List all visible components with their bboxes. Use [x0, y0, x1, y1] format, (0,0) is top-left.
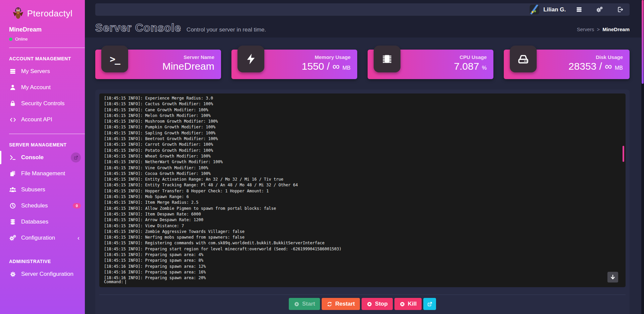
console-log-line: [18:45:15 INFO]: Preparing spawn area: 8…	[104, 258, 621, 263]
page-header: Server Console Control your server in re…	[95, 21, 630, 34]
sidebar-item-configuration[interactable]: Configuration ‹	[0, 230, 85, 246]
files-icon	[9, 170, 16, 177]
console-scrollbar-thumb[interactable]	[623, 146, 624, 162]
sidebar-item-server-configuration[interactable]: Server Configuration	[0, 266, 85, 282]
console-log-line: [18:45:16 INFO]: Preparing spawn area: 2…	[104, 275, 621, 281]
sidebar-item-file-management[interactable]: File Management	[0, 166, 85, 182]
online-status-label: Online	[15, 37, 28, 42]
sidebar-item-label: File Management	[21, 170, 65, 177]
restart-button[interactable]: Restart	[322, 298, 360, 310]
username[interactable]: Lilian G.	[543, 6, 566, 13]
console-panel: [18:45:15 INFO]: Experience Merge Radius…	[95, 89, 630, 314]
console-log-line: [18:45:15 INFO]: Cocoa Growth Modifier: …	[104, 171, 621, 177]
kill-button[interactable]: Kill	[394, 298, 422, 310]
console-log-line: [18:45:15 INFO]: Potato Growth Modifier:…	[104, 148, 621, 153]
topbar: Lilian G.	[95, 3, 630, 16]
chip-icon	[374, 46, 400, 72]
terminal-icon	[9, 154, 16, 161]
user-icon	[9, 84, 16, 91]
sidebar-item-console[interactable]: Console	[0, 149, 85, 166]
console-log-line: [18:45:15 INFO]: Mob Spawn Range: 6	[104, 194, 621, 200]
section-heading-account: ACCOUNT MANAGEMENT	[0, 48, 85, 63]
sidebar-item-schedules[interactable]: Schedules 0	[0, 198, 85, 214]
sidebar-item-databases[interactable]: Databases	[0, 214, 85, 230]
avatar[interactable]	[530, 5, 539, 14]
gear-icon	[9, 270, 16, 278]
console-log-line: [18:45:15 INFO]: Mushroom Growth Modifie…	[104, 119, 621, 124]
console-log-line: [18:45:15 INFO]: Vine Growth Modifier: 1…	[104, 165, 621, 171]
sign-out-icon[interactable]	[617, 6, 624, 13]
console-log-line: [18:45:15 INFO]: Cane Growth Modifier: 1…	[104, 107, 621, 113]
stat-card-disk: Disk Usage 28353 / ∞ MB	[504, 50, 630, 79]
console-log-line: [18:45:15 INFO]: Sapling Growth Modifier…	[104, 130, 621, 136]
stat-value: 1550 / ∞	[302, 61, 340, 72]
stop-circle-icon	[367, 301, 372, 307]
stat-card-cpu: CPU Usage 7.087 %	[368, 50, 493, 79]
page-scrollbar[interactable]	[641, 0, 644, 314]
sidebar-item-label: Server Configuration	[21, 271, 73, 277]
section-heading-server: SERVER MANAGEMENT	[0, 134, 85, 149]
page-subtitle: Control your server in real time.	[186, 26, 266, 33]
times-circle-icon	[399, 301, 405, 307]
breadcrumb-separator: >	[597, 26, 600, 32]
breadcrumb-servers-link[interactable]: Servers	[577, 26, 594, 32]
sidebar-item-security-controls[interactable]: Security Controls	[0, 96, 85, 112]
console-log-line: [18:45:15 INFO]: Pumpkin Growth Modifier…	[104, 124, 621, 130]
sidebar-item-label: My Account	[21, 84, 51, 91]
sidebar-item-label: My Servers	[21, 68, 50, 75]
sidebar-item-my-account[interactable]: My Account	[0, 79, 85, 96]
bolt-icon	[237, 46, 264, 72]
command-input[interactable]: Command:	[104, 279, 126, 285]
stat-value: MineDream	[162, 61, 214, 72]
sidebar-item-account-api[interactable]: Account API	[0, 112, 85, 128]
console-log-line: [18:45:15 INFO]: Preparing spawn area: 4…	[104, 252, 621, 258]
sidebar-item-label: Databases	[21, 218, 48, 225]
stat-unit: MB	[615, 65, 623, 71]
console-log-line: [18:45:15 INFO]: Arrow Despawn Rate: 120…	[104, 217, 621, 223]
settings-gears-icon[interactable]	[596, 6, 603, 13]
stat-value: 28353 / ∞	[569, 61, 612, 72]
console-log-line: [18:45:15 INFO]: Entity Activation Range…	[104, 177, 621, 182]
start-button[interactable]: Start	[289, 298, 320, 310]
code-icon	[9, 116, 16, 123]
console-popout-icon[interactable]	[71, 152, 81, 163]
console-log-line: [18:45:15 INFO]: Preparing start region …	[104, 246, 621, 252]
scroll-to-bottom-button[interactable]	[607, 272, 618, 282]
stat-label: Memory Usage	[302, 54, 351, 60]
stat-card-memory: Memory Usage 1550 / ∞ MB	[231, 50, 357, 79]
console-log-line: [18:45:15 INFO]: View Distance: 7	[104, 223, 621, 229]
breadcrumb-current: MineDream	[602, 26, 630, 32]
external-link-icon	[427, 301, 433, 307]
server-list-icon[interactable]	[576, 6, 582, 13]
schedules-count-badge: 0	[73, 203, 81, 208]
servers-icon	[9, 68, 16, 75]
sidebar-item-label: Security Controls	[21, 100, 64, 107]
brand[interactable]: Pterodactyl	[0, 0, 85, 21]
stat-label: Server Name	[162, 54, 214, 60]
cogs-icon	[9, 234, 16, 242]
sidebar-item-label: Configuration	[21, 235, 55, 241]
stat-cards-row: >_ Server Name MineDream Memory Usage 15…	[95, 50, 630, 79]
console-log-line: [18:45:15 INFO]: Item Despawn Rate: 6000	[104, 211, 621, 217]
console-log-line: [18:45:15 INFO]: Item Merge Radius: 2.5	[104, 200, 621, 205]
console-log-line: [18:45:16 INFO]: Preparing spawn area: 1…	[104, 269, 621, 275]
users-icon	[9, 186, 16, 193]
console-log-line: [18:45:15 INFO]: Registering commands wi…	[104, 240, 621, 246]
popout-console-button[interactable]	[423, 298, 436, 310]
console-log-line: [18:45:15 INFO]: Allow Zombie Pigmen to …	[104, 206, 621, 211]
stat-card-server-name: >_ Server Name MineDream	[95, 50, 221, 79]
text-caret	[125, 280, 126, 284]
section-heading-admin: ADMINISTRATIVE	[0, 246, 85, 266]
app-root: Pterodactyl MineDream Online ACCOUNT MAN…	[0, 0, 644, 314]
page-title: Server Console	[95, 21, 181, 34]
sidebar-item-my-servers[interactable]: My Servers	[0, 63, 85, 79]
console-log-line: [18:45:15 INFO]: Entity Tracking Range: …	[104, 182, 621, 188]
online-status-dot	[9, 38, 12, 41]
stop-button[interactable]: Stop	[362, 298, 393, 310]
sidebar-item-label: Console	[21, 154, 44, 161]
database-icon	[9, 218, 16, 226]
sync-icon	[327, 301, 332, 307]
page-scrollbar-thumb[interactable]	[642, 0, 644, 84]
sidebar-item-subusers[interactable]: Subusers	[0, 182, 85, 198]
console-log-line: [18:45:15 INFO]: Experience Merge Radius…	[104, 96, 621, 101]
